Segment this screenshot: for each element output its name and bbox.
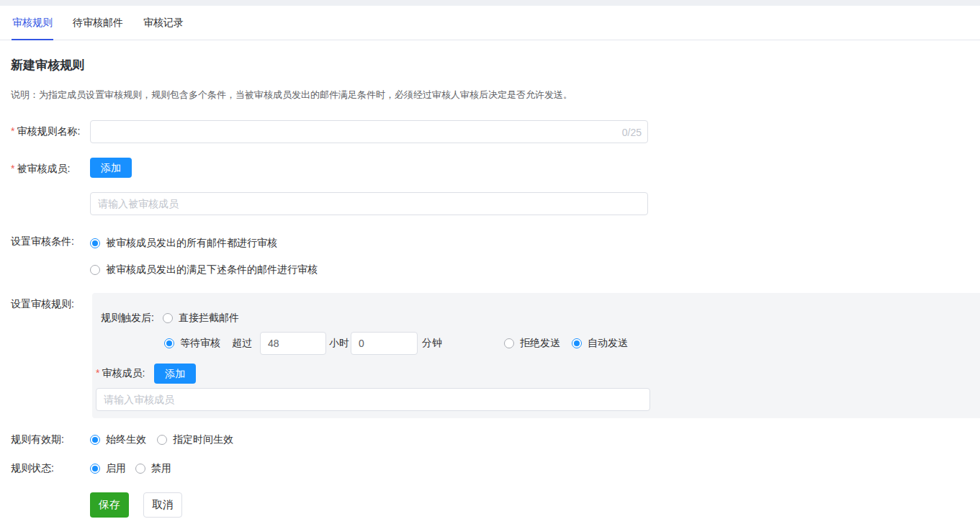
timeout-option-autosend[interactable]: 自动发送 [572,337,628,350]
audit-rule-panel: 规则触发后: 直接拦截邮件 等待审核 超过 小时 分钟 拒绝发送 [92,293,980,418]
cancel-button[interactable]: 取消 [143,492,182,518]
audit-condition-options: 被审核成员发出的所有邮件都进行审核 被审核成员发出的满足下述条件的邮件进行审核 [90,235,318,276]
add-auditor-button[interactable]: 添加 [154,364,196,384]
timeout-hours-input[interactable] [260,332,326,355]
trigger-option-wait[interactable]: 等待审核 [164,337,220,350]
required-asterisk: * [11,125,14,137]
status-row: 规则状态: 启用 禁用 [11,462,980,475]
status-option-enabled[interactable]: 启用 [90,462,126,475]
trigger-line: 规则触发后: 直接拦截邮件 [92,312,980,325]
hours-unit-label: 小时 [329,337,349,350]
main-content: 新建审核规则 说明：为指定成员设置审核规则，规则包含多个条件，当被审核成员发出的… [0,57,980,519]
radio-checked-icon[interactable] [164,338,174,348]
tabbar: 审核规则 待审核邮件 审核记录 [0,6,980,40]
tab-audit-rules[interactable]: 审核规则 [12,6,53,40]
rule-name-input[interactable] [91,121,647,143]
char-counter: 0/25 [622,121,642,144]
timeout-option-reject[interactable]: 拒绝发送 [504,337,560,350]
radio-checked-icon[interactable] [90,238,100,248]
condition-option-all[interactable]: 被审核成员发出的所有邮件都进行审核 [90,235,318,250]
page-description: 说明：为指定成员设置审核规则，规则包含多个条件，当被审核成员发出的邮件满足条件时… [11,89,980,101]
audited-members-label: *被审核成员: [11,158,90,176]
required-asterisk: * [96,367,99,379]
audited-members-input-line [90,192,648,215]
audited-members-controls: 添加 [90,158,648,215]
rule-name-input-wrap: 0/25 [90,120,648,143]
over-label: 超过 [232,337,252,350]
radio-unchecked-icon[interactable] [135,464,145,474]
auditor-line: *审核成员: 添加 [92,364,980,384]
status-option-disabled[interactable]: 禁用 [135,462,171,475]
radio-checked-icon[interactable] [572,338,582,348]
minutes-unit-label: 分钟 [422,337,442,350]
trigger-option-intercept[interactable]: 直接拦截邮件 [163,312,239,325]
save-button[interactable]: 保存 [90,492,129,518]
validity-option-always[interactable]: 始终生效 [90,433,146,446]
radio-unchecked-icon[interactable] [90,265,100,275]
rule-name-label: *审核规则名称: [11,120,90,138]
status-options: 启用 禁用 [90,462,171,475]
radio-unchecked-icon[interactable] [504,338,514,348]
auditor-label: *审核成员: [96,367,145,380]
radio-checked-icon[interactable] [90,464,100,474]
validity-label: 规则有效期: [11,433,90,446]
required-asterisk: * [11,163,14,174]
validity-row: 规则有效期: 始终生效 指定时间生效 [11,433,980,446]
wait-line: 等待审核 超过 小时 分钟 拒绝发送 自动发送 [92,332,980,355]
timeout-minutes-input[interactable] [351,332,418,355]
audit-rule-row: 设置审核规则: 规则触发后: 直接拦截邮件 等待审核 超过 小时 分钟 [11,293,980,418]
add-audited-member-button[interactable]: 添加 [90,158,132,178]
auditor-input-line [92,388,980,411]
top-strip [0,0,980,6]
validity-option-scheduled[interactable]: 指定时间生效 [157,433,233,446]
tab-pending-mails[interactable]: 待审核邮件 [72,6,124,40]
audit-condition-label: 设置审核条件: [11,235,90,248]
auditor-input[interactable] [96,388,650,411]
tab-audit-records[interactable]: 审核记录 [143,6,184,40]
audited-members-row: *被审核成员: 添加 [11,158,980,215]
rule-name-row: *审核规则名称: 0/25 [11,120,980,143]
radio-checked-icon[interactable] [90,435,100,445]
validity-options: 始终生效 指定时间生效 [90,433,233,446]
status-label: 规则状态: [11,462,90,475]
audit-rule-label: 设置审核规则: [11,293,90,311]
trigger-label: 规则触发后: [101,312,154,325]
audited-members-input[interactable] [90,192,648,215]
radio-unchecked-icon[interactable] [163,313,173,323]
condition-option-filtered[interactable]: 被审核成员发出的满足下述条件的邮件进行审核 [90,262,318,276]
page-title: 新建审核规则 [11,57,980,73]
action-buttons: 保存 取消 [90,492,980,518]
radio-unchecked-icon[interactable] [157,435,167,445]
audit-condition-row: 设置审核条件: 被审核成员发出的所有邮件都进行审核 被审核成员发出的满足下述条件… [11,235,980,276]
